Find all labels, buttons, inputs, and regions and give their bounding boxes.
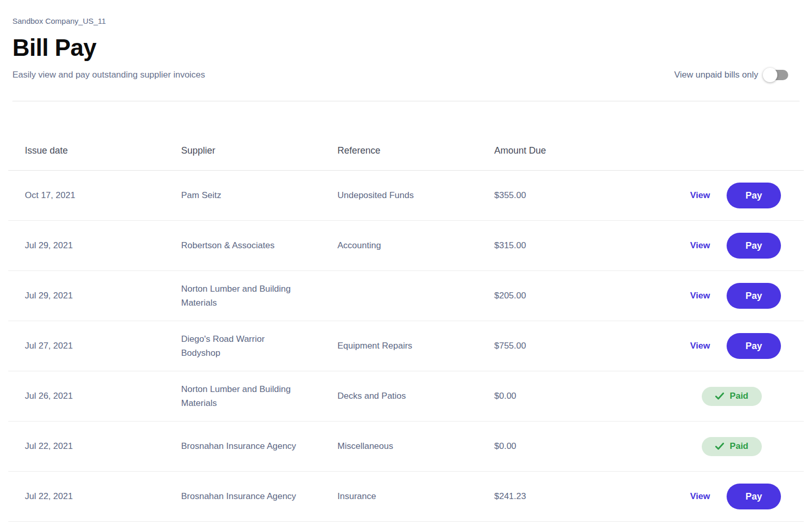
cell-amount-due: $0.00 xyxy=(494,391,593,401)
cell-supplier: Brosnahan Insurance Agency xyxy=(181,489,305,503)
pay-button[interactable]: Pay xyxy=(727,333,781,359)
table-row: Jul 27, 2021 Diego's Road Warrior Bodysh… xyxy=(8,321,804,371)
column-header-reference: Reference xyxy=(337,145,494,156)
table-row: Jul 22, 2021 Brosnahan Insurance Agency … xyxy=(8,421,804,472)
unpaid-toggle-label: View unpaid bills only xyxy=(674,70,758,80)
cell-supplier: Pam Seitz xyxy=(181,188,305,202)
row-actions: View Pay xyxy=(593,233,781,259)
cell-issue-date: Jul 22, 2021 xyxy=(25,491,181,502)
check-icon xyxy=(715,393,724,400)
view-link[interactable]: View xyxy=(690,341,710,351)
cell-amount-due: $0.00 xyxy=(494,441,593,451)
page-subtitle: Easily view and pay outstanding supplier… xyxy=(12,70,205,80)
page-title: Bill Pay xyxy=(12,34,800,62)
cell-amount-due: $205.00 xyxy=(494,291,593,301)
row-actions: View Pay xyxy=(593,283,781,309)
table-row: Oct 17, 2021 Pam Seitz Undeposited Funds… xyxy=(8,171,804,221)
cell-supplier: Diego's Road Warrior Bodyshop xyxy=(181,332,305,360)
cell-supplier: Robertson & Associates xyxy=(181,238,305,252)
cell-reference: Miscellaneous xyxy=(337,441,494,451)
page-header: Sandbox Company_US_11 Bill Pay Easily vi… xyxy=(0,0,812,80)
cell-reference: Decks and Patios xyxy=(337,391,494,401)
paid-badge-label: Paid xyxy=(730,391,748,401)
cell-amount-due: $315.00 xyxy=(494,240,593,251)
view-link[interactable]: View xyxy=(690,240,710,251)
row-actions: Paid xyxy=(593,437,781,456)
cell-issue-date: Jul 26, 2021 xyxy=(25,391,181,401)
header-divider xyxy=(12,101,800,101)
paid-badge: Paid xyxy=(702,437,762,456)
paid-badge-label: Paid xyxy=(730,441,748,451)
cell-reference: Equipment Repairs xyxy=(337,341,494,351)
cell-issue-date: Jul 29, 2021 xyxy=(25,291,181,301)
table-row: Jul 29, 2021 Robertson & Associates Acco… xyxy=(8,221,804,271)
company-breadcrumb: Sandbox Company_US_11 xyxy=(12,17,800,25)
check-icon xyxy=(715,443,724,450)
column-header-supplier: Supplier xyxy=(181,145,337,156)
column-header-amount-due: Amount Due xyxy=(494,145,593,156)
unpaid-filter: View unpaid bills only xyxy=(674,70,788,80)
cell-issue-date: Jul 22, 2021 xyxy=(25,441,181,451)
row-actions: Paid xyxy=(593,387,781,406)
view-link[interactable]: View xyxy=(690,190,710,201)
cell-supplier: Norton Lumber and Building Materials xyxy=(181,282,305,310)
table-row: Jul 26, 2021 Norton Lumber and Building … xyxy=(8,371,804,421)
cell-amount-due: $755.00 xyxy=(494,341,593,351)
pay-button[interactable]: Pay xyxy=(727,484,781,509)
row-actions: View Pay xyxy=(593,183,781,208)
view-link[interactable]: View xyxy=(690,291,710,301)
cell-amount-due: $241.23 xyxy=(494,491,593,502)
pay-button[interactable]: Pay xyxy=(727,183,781,208)
cell-supplier: Brosnahan Insurance Agency xyxy=(181,439,305,453)
row-actions: View Pay xyxy=(593,484,781,509)
cell-reference: Undeposited Funds xyxy=(337,190,494,201)
cell-amount-due: $355.00 xyxy=(494,190,593,201)
table-row: Jul 22, 2021 Brosnahan Insurance Agency … xyxy=(8,472,804,522)
view-link[interactable]: View xyxy=(690,491,710,502)
bill-table: Issue date Supplier Reference Amount Due… xyxy=(0,131,812,522)
pay-button[interactable]: Pay xyxy=(727,283,781,309)
toggle-knob-icon xyxy=(763,68,777,82)
pay-button[interactable]: Pay xyxy=(727,233,781,259)
cell-reference: Insurance xyxy=(337,491,494,502)
cell-issue-date: Jul 27, 2021 xyxy=(25,341,181,351)
column-header-issue-date: Issue date xyxy=(25,145,181,156)
row-actions: View Pay xyxy=(593,333,781,359)
cell-issue-date: Oct 17, 2021 xyxy=(25,190,181,201)
table-header-row: Issue date Supplier Reference Amount Due xyxy=(8,131,804,171)
unpaid-toggle[interactable] xyxy=(764,70,788,80)
cell-supplier: Norton Lumber and Building Materials xyxy=(181,382,305,410)
paid-badge: Paid xyxy=(702,387,762,406)
cell-reference: Accounting xyxy=(337,240,494,251)
table-row: Jul 29, 2021 Norton Lumber and Building … xyxy=(8,271,804,321)
cell-issue-date: Jul 29, 2021 xyxy=(25,240,181,251)
